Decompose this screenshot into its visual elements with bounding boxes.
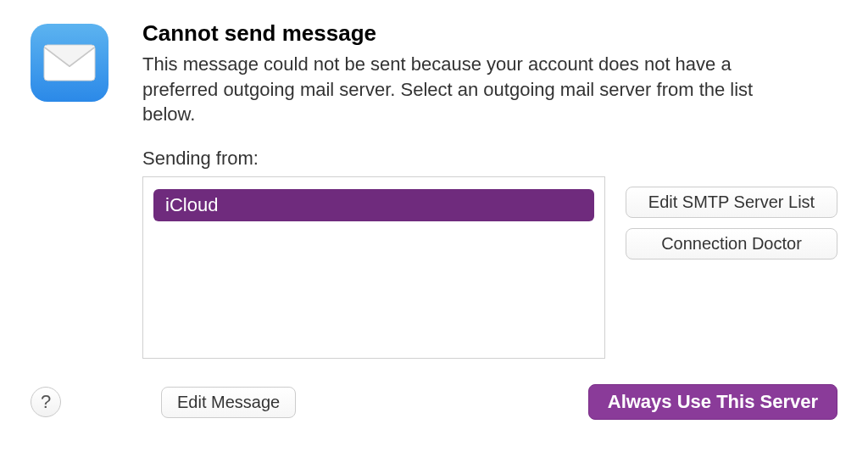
dialog-header-row: Cannot send message This message could n… — [31, 20, 837, 359]
cannot-send-dialog: Cannot send message This message could n… — [0, 0, 868, 452]
side-buttons: Edit SMTP Server List Connection Doctor — [626, 176, 837, 259]
server-selection-row: iCloud Edit SMTP Server List Connection … — [142, 176, 837, 359]
dialog-footer: ? Edit Message Always Use This Server — [31, 384, 837, 420]
envelope-icon — [43, 44, 96, 81]
server-item-icloud[interactable]: iCloud — [153, 189, 594, 221]
connection-doctor-button[interactable]: Connection Doctor — [626, 228, 837, 259]
dialog-title: Cannot send message — [142, 20, 837, 47]
edit-message-button[interactable]: Edit Message — [161, 387, 296, 418]
dialog-description: This message could not be sent because y… — [142, 52, 787, 127]
help-button[interactable]: ? — [31, 387, 61, 417]
sending-from-label: Sending from: — [142, 148, 837, 170]
dialog-content: Cannot send message This message could n… — [142, 20, 837, 359]
mail-app-icon — [31, 24, 108, 102]
always-use-server-button[interactable]: Always Use This Server — [588, 384, 837, 420]
edit-smtp-button[interactable]: Edit SMTP Server List — [626, 187, 837, 218]
server-list[interactable]: iCloud — [142, 176, 605, 359]
